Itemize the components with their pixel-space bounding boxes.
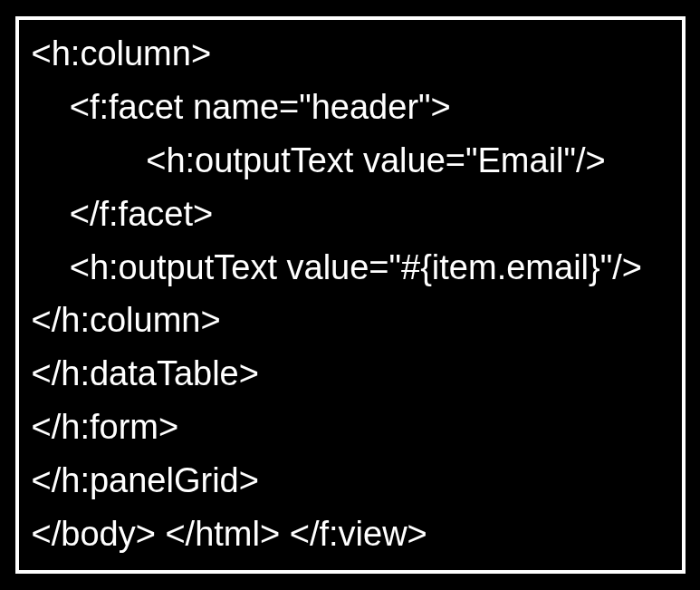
code-line: </body> </html> </f:view> <box>32 508 669 561</box>
code-line: </h:dataTable> <box>32 347 669 401</box>
code-line: <h:outputText value="#{item.email}"/> <box>32 241 669 295</box>
code-snippet-box: <h:column> <f:facet name="header"> <h:ou… <box>15 16 686 574</box>
code-line: <f:facet name="header"> <box>32 81 669 134</box>
code-line: </h:panelGrid> <box>32 454 669 508</box>
code-line: </h:column> <box>32 294 669 347</box>
code-line: <h:column> <box>32 27 669 81</box>
code-line: <h:outputText value="Email"/> <box>32 134 669 188</box>
code-line: </h:form> <box>32 401 669 454</box>
code-line: </f:facet> <box>32 188 669 241</box>
